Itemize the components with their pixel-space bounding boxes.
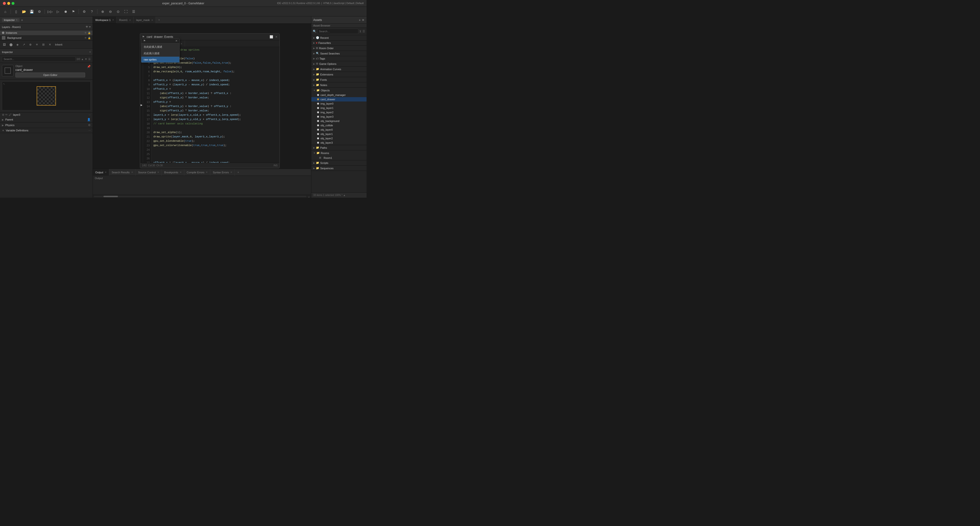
lock-icon[interactable]: 🔒 [88,32,91,34]
breakpoint-button[interactable]: ⚑ [70,8,77,15]
asset-obj-layer0[interactable]: obj_layer0 [311,127,366,132]
open-editor-button[interactable]: Open Editor [16,73,85,77]
maximize-button[interactable] [11,2,14,5]
zoom-in-button[interactable]: ⊕ [99,8,106,15]
syntax-errors-tab[interactable]: Syntax Errors ✕ [210,169,235,176]
add-circle-tool[interactable]: ⬤ [8,42,14,48]
sort-icon[interactable]: ☰ [363,30,365,33]
add-tile-tool[interactable]: ◈ [14,42,20,48]
add-sprite-tool[interactable]: 🖼 [2,42,7,48]
room-order-group-header[interactable]: ▶ ⊞ Room Order [311,46,366,51]
transform-tool[interactable]: ↗ [21,42,27,48]
grid-button[interactable]: ⛶ [123,8,129,15]
visibility-icon[interactable]: 👁 [86,25,88,29]
source-control-tab[interactable]: Source Control ✕ [136,169,162,176]
asset-card-drawer[interactable]: card_drawer [311,97,366,102]
sequences-group-header[interactable]: ▶ 📁 Sequences [311,165,366,171]
paths-group-header[interactable]: ▶ 📁 Paths [311,145,366,150]
layer-mask-tab-close[interactable]: ✕ [151,19,153,21]
source-ctrl-tab-close[interactable]: ✕ [157,171,159,173]
inspector-expand-icon[interactable]: ▾ [89,51,91,53]
favourites-group-header[interactable]: ▶ ♥ Favourites [311,40,366,45]
add-asset-button[interactable]: + [359,18,361,22]
eye-icon[interactable]: 👁 [84,32,87,34]
particle-tool[interactable]: ✳ [34,42,40,48]
inherit-btn[interactable]: Inherit [54,42,64,48]
new-button[interactable]: ▯ [13,8,19,15]
expand-layers-icon[interactable]: ▾ [89,25,91,29]
breakpoints-tab-close[interactable]: ✕ [180,171,181,173]
bottom-scrollbar[interactable]: ⌄ [93,195,311,198]
animation-curves-group-header[interactable]: ▶ 📁 Animation Curves [311,67,366,72]
tilemap-tool[interactable]: ⊞ [40,42,46,48]
debug-run-button[interactable]: ▷▷ [47,8,54,15]
asset-obj-layer1[interactable]: obj_layer1 [311,132,366,136]
save-button[interactable]: 💾 [28,8,35,15]
fonts-group-header[interactable]: ▶ 📁 Fonts [311,77,366,82]
scrollbar-thumb[interactable] [103,196,118,197]
add-layer-tool[interactable]: ⊕ [27,42,33,48]
close-assets-icon[interactable]: ✕ [362,18,364,22]
add-workspace-tab[interactable]: + [156,17,162,23]
asset-obj-collide[interactable]: obj_collide [311,123,366,127]
asset-obj-layer3[interactable]: obj_layer3 [311,141,366,145]
asset-card-depth-manager[interactable]: card_depth_manager [311,93,366,97]
zoom-out-button[interactable]: ⊖ [107,8,114,15]
workspace-tab[interactable]: Workspace 1 ✕ [93,17,117,23]
context-item-0[interactable]: 在此处插入描述 [141,44,180,50]
asset-img-layer3[interactable]: img_layer3 [311,114,366,119]
inspector-tab-close[interactable]: ✕ [16,19,18,21]
recent-group-header[interactable]: ▶ 🕐 Recent [311,35,366,40]
view-button[interactable]: ☰ [130,8,137,15]
instances-layer[interactable]: Instances 👁 🔒 [0,30,92,35]
search-options-icon[interactable]: ☰ [88,57,91,61]
game-options-group-header[interactable]: ▶ ⚙ Game Options [311,61,366,66]
layer-mask-tab[interactable]: layer_mask ✕ [134,17,156,23]
search-prev-icon[interactable]: ▲ [81,57,84,60]
zoom-fit-button[interactable]: ⊙ [115,8,121,15]
compile-errors-tab[interactable]: Compile Errors ✕ [184,169,210,176]
add-panel-button[interactable]: + [21,18,23,22]
background-lock-icon[interactable]: 🔒 [88,37,91,39]
room1-tab[interactable]: Room1 ✕ [117,17,134,23]
output-tab-close[interactable]: ✕ [105,171,107,173]
minimize-button[interactable] [7,2,10,5]
bottom-chevron-icon[interactable]: ⌄ [308,195,310,198]
step-tab-close[interactable]: ✕ [180,43,182,45]
breakpoints-tab[interactable]: Breakpoints ✕ [162,169,184,176]
context-item-2[interactable]: raw sprites [141,57,180,62]
home-button[interactable]: ⌂ [2,8,9,15]
asset-obj-background[interactable]: obj_background [311,119,366,123]
tags-group-header[interactable]: ▶ 🏷 Tags [311,56,366,61]
code-editor-restore-icon[interactable]: ⬜ [270,35,273,38]
asset-img-layer2[interactable]: img_layer2 [311,110,366,114]
asset-obj-layer2[interactable]: obj_layer2 [311,136,366,141]
search-results-tab[interactable]: Search Results ✕ [109,169,136,176]
asset-img-layer1[interactable]: img_layer1 [311,106,366,110]
variable-definitions-section[interactable]: ▼ Variable Definitions ··· [0,128,92,133]
compile-tab-close[interactable]: ✕ [206,171,208,173]
scripts-group-header[interactable]: ▶ 📁 Scripts [311,160,366,165]
code-editor-close-icon[interactable]: ✕ [275,35,278,38]
output-tab[interactable]: Output ✕ [93,169,109,176]
rooms-group-header[interactable]: ▼ 📁 Rooms [311,151,366,156]
room1-tab-close[interactable]: ✕ [129,19,131,21]
close-button[interactable] [3,2,6,5]
background-layer[interactable]: Background 👁 🔒 [0,35,92,40]
settings-button[interactable]: ⚙ [81,8,88,15]
canvas-add-icon[interactable]: ⊕ [2,113,4,116]
physics-section[interactable]: ▶ Physics ⚙ [0,122,92,128]
asset-img-layer0[interactable]: img_layer0 [311,102,366,106]
vardef-more-icon[interactable]: ··· [89,129,91,132]
run-button[interactable]: ▷ [54,8,61,15]
parent-section[interactable]: ▶ Parent 👤 [0,117,92,122]
search-next-icon[interactable]: ▼ [84,57,87,60]
workspace-tab-close[interactable]: ✕ [112,19,114,21]
context-item-1[interactable]: 此处插入描述 [141,50,180,57]
inspector-tab[interactable]: Inspector ✕ [2,18,19,22]
add-bottom-tab[interactable]: + [235,169,242,176]
canvas-edit-icon[interactable]: ✏ [5,113,8,116]
objects-group-header[interactable]: ▼ 📁 Objects [311,88,366,93]
record-button[interactable]: ⏺ [62,8,69,15]
build-button[interactable]: ⚙ [36,8,43,15]
